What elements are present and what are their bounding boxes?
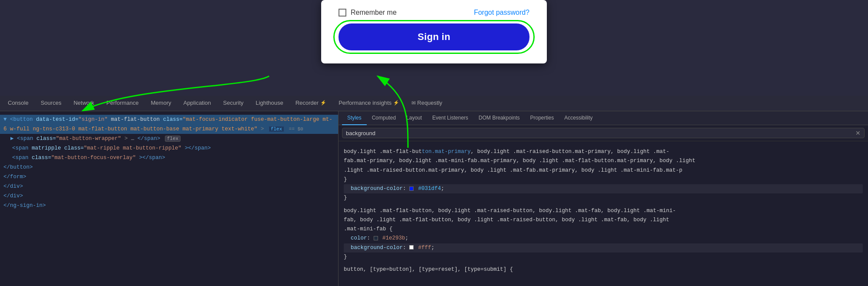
remember-left: Remember me [339,9,397,17]
css-rule-mat-primary: body.light .mat-flat-button.mat-primary,… [344,147,863,203]
devtools-content: ▼ <button data-test-id="sign-in" mat-fla… [0,111,868,286]
tab-requestly[interactable]: ✉ Requestly [405,96,448,111]
styles-tab-accessibility[interactable]: Accessibility [559,111,598,125]
html-line-span-wrapper[interactable]: ▶ <span class="mat-button-wrapper" > … <… [0,134,338,143]
tab-recorder[interactable]: Recorder ⚡ [289,96,332,111]
css-rule-button-types: button, [type=button], [type=reset], [ty… [344,265,863,274]
remember-label: Remember me [351,9,397,17]
css-rules-panel: body.light .mat-flat-button.mat-primary,… [339,141,868,286]
html-line-button-cont: 6 w-full ng-tns-c313-0 mat-flat-button m… [0,124,338,134]
remember-checkbox[interactable] [339,9,346,17]
tab-performance-insights[interactable]: Performance insights ⚡ [332,96,405,111]
color-swatch-1e293b[interactable] [374,236,378,240]
styles-tab-bar: Styles Computed Layout Event Listeners D… [339,111,868,125]
search-input-wrap[interactable]: ✕ [342,128,865,138]
devtools-panel: Console Sources Network Performance Memo… [0,96,868,286]
css-prop-background-color-2[interactable]: background-color: #fff; [344,243,863,253]
styles-tab-event-listeners[interactable]: Event Listeners [427,111,473,125]
search-clear-icon[interactable]: ✕ [855,130,861,136]
tab-sources[interactable]: Sources [35,96,68,111]
forgot-password-link[interactable]: Forgot password? [474,9,529,17]
html-line-close-button: </button> [0,163,338,172]
styles-tab-computed[interactable]: Computed [367,111,401,125]
styles-tab-layout[interactable]: Layout [401,111,427,125]
css-rule-mat-flat-button: body.light .mat-flat-button, body.light … [344,206,863,262]
css-prop-color[interactable]: color: #1e293b; [344,234,863,243]
html-line-focus-overlay[interactable]: <span class="mat-button-focus-overlay" >… [0,153,338,163]
html-line-close-div1: </div> [0,182,338,191]
devtools-tab-bar: Console Sources Network Performance Memo… [0,96,868,111]
tab-application[interactable]: Application [177,96,217,111]
requestly-icon: ✉ [411,100,416,106]
html-line-ng-signin: </ng-sign-in> [0,201,338,210]
styles-tab-dom-breakpoints[interactable]: DOM Breakpoints [473,111,525,125]
html-panel: ▼ <button data-test-id="sign-in" mat-fla… [0,111,339,286]
styles-tab-styles[interactable]: Styles [342,111,367,125]
css-rule2-cont: fab, body .light .mat-flat-button, body … [344,216,863,225]
tab-security[interactable]: Security [217,96,250,111]
css-prop-background-color-1[interactable]: background-color: #031df4; [344,184,863,193]
css-rule-cont1: fab.mat-primary, body.light .mat-mini-fa… [344,156,863,166]
styles-search-bar: ✕ [339,125,868,141]
color-swatch-031df4[interactable] [409,186,414,191]
tab-lighthouse[interactable]: Lighthouse [250,96,289,111]
css-rule-cont2: .light .mat-raised-button.mat-primary, b… [344,166,863,175]
remember-row: Remember me Forgot password? [339,9,529,17]
sign-in-button[interactable]: Sign in [339,23,529,50]
tab-console[interactable]: Console [2,96,35,111]
tab-performance[interactable]: Performance [100,96,145,111]
perf-insights-icon: ⚡ [393,100,399,106]
styles-tab-properties[interactable]: Properties [525,111,559,125]
css-rule2-cont2: .mat-mini-fab { [344,225,863,234]
html-line-close-div2: </div> [0,191,338,201]
styles-panel: Styles Computed Layout Event Listeners D… [339,111,868,286]
color-swatch-fff[interactable] [409,245,414,249]
recorder-icon: ⚡ [320,100,326,106]
sign-in-btn-wrapper: Sign in [339,23,529,50]
html-line-matripple[interactable]: <span matripple class="mat-ripple mat-bu… [0,143,338,153]
html-line-close-form: </form> [0,172,338,182]
webpage-preview: Remember me Forgot password? Sign in [0,0,868,96]
tab-network[interactable]: Network [67,96,100,111]
html-line-button[interactable]: ▼ <button data-test-id="sign-in" mat-fla… [0,115,338,124]
tab-memory[interactable]: Memory [145,96,178,111]
login-card: Remember me Forgot password? Sign in [321,0,547,63]
styles-search-input[interactable] [346,130,855,136]
